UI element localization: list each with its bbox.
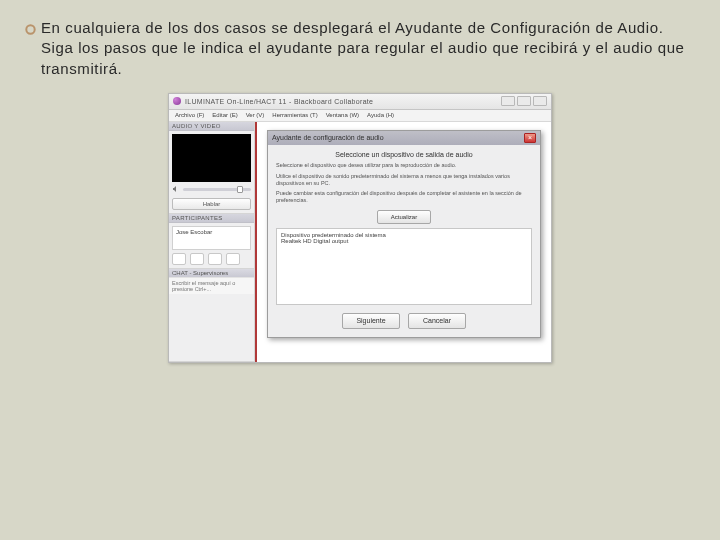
window-title: ILUMINATE On-Line/HACT 11 - Blackboard C… [185,98,373,105]
menu-edit[interactable]: Editar (E) [212,112,237,118]
maximize-button[interactable] [517,96,531,106]
dialog-button-row: Siguiente Cancelar [276,305,532,337]
refresh-button[interactable]: Actualizar [377,210,431,224]
chat-input-placeholder[interactable]: Escribir el mensaje aquí o presione Ctrl… [169,277,254,294]
participant-list: Jose Escobar [172,226,251,250]
minimize-button[interactable] [501,96,515,106]
bullet-circle-icon [24,22,37,40]
dialog-close-button[interactable]: × [524,133,536,143]
menu-help[interactable]: Ayuda (H) [367,112,394,118]
panel-header-audio: AUDIO Y VIDEO [169,122,254,131]
participant-name: Jose Escobar [176,229,212,235]
device-listbox[interactable]: Dispositivo predeterminado del sistema R… [276,228,532,305]
menu-tools[interactable]: Herramientas (T) [272,112,317,118]
bullet-text: En cualquiera de los dos casos se desple… [41,18,696,79]
window-close-button[interactable] [533,96,547,106]
tool-icon-2[interactable] [190,253,204,265]
volume-slider-row [172,185,251,195]
device-option-2[interactable]: Realtek HD Digital output [281,238,527,244]
speak-button[interactable]: Hablar [172,198,251,210]
panel-audio-video: AUDIO Y VIDEO Hablar [169,122,254,214]
video-preview [172,134,251,182]
audio-setup-dialog: Ayudante de configuración de audio × Sel… [267,130,541,338]
volume-slider[interactable] [183,188,251,191]
panel-header-chat: CHAT - Supervisores [169,269,254,277]
dialog-titlebar: Ayudante de configuración de audio × [268,131,540,145]
tool-icon-3[interactable] [208,253,222,265]
panel-chat: CHAT - Supervisores Escribir el mensaje … [169,269,254,362]
menu-view[interactable]: Ver (V) [246,112,265,118]
dialog-paragraph-1: Seleccione el dispositivo que desea util… [276,162,532,169]
volume-slider-thumb[interactable] [237,186,243,193]
whiteboard-area: Ayudante de configuración de audio × Sel… [255,122,551,362]
dialog-paragraph-3: Puede cambiar esta configuración del dis… [276,190,532,204]
speaker-icon [172,185,180,194]
window-controls [501,96,547,106]
tool-icon-4[interactable] [226,253,240,265]
app-body: AUDIO Y VIDEO Hablar [169,122,551,362]
bullet-item: En cualquiera de los dos casos se desple… [24,18,696,79]
app-logo-icon [173,97,181,105]
next-button[interactable]: Siguiente [342,313,400,329]
dialog-paragraph-2: Utilice el dispositivo de sonido predete… [276,173,532,187]
dialog-title: Ayudante de configuración de audio [272,134,524,141]
participant-tools [172,253,251,265]
panel-participants: PARTICIPANTES Jose Escobar [169,214,254,269]
tool-icon-1[interactable] [172,253,186,265]
panel-header-participants: PARTICIPANTES [169,214,254,223]
menu-file[interactable]: Archivo (F) [175,112,204,118]
embedded-screenshot: ILUMINATE On-Line/HACT 11 - Blackboard C… [168,93,552,363]
menu-window[interactable]: Ventana (W) [326,112,359,118]
titlebar: ILUMINATE On-Line/HACT 11 - Blackboard C… [169,94,551,110]
sidebar: AUDIO Y VIDEO Hablar [169,122,255,362]
menubar: Archivo (F) Editar (E) Ver (V) Herramien… [169,110,551,122]
dialog-heading: Seleccione un dispositivo de salida de a… [276,151,532,158]
cancel-button[interactable]: Cancelar [408,313,466,329]
dialog-body: Seleccione un dispositivo de salida de a… [268,145,540,337]
app-window: ILUMINATE On-Line/HACT 11 - Blackboard C… [168,93,552,363]
svg-point-0 [26,25,34,33]
slide: En cualquiera de los dos casos se desple… [0,0,720,540]
